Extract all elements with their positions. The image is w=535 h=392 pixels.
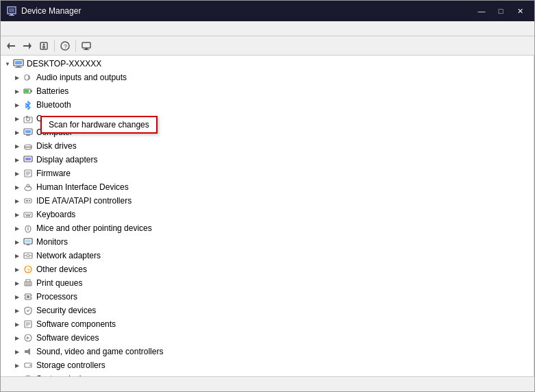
expand-root[interactable]: ▼: [2, 58, 13, 69]
expand-icon[interactable]: ▶: [12, 250, 23, 261]
item-label: Mice and other pointing devices: [36, 223, 152, 233]
list-item[interactable]: ▶ Print queues: [1, 276, 534, 290]
expand-icon[interactable]: ▶: [12, 182, 23, 193]
expand-icon[interactable]: ▶: [12, 332, 23, 343]
expand-icon[interactable]: ▶: [12, 305, 23, 316]
close-button[interactable]: ✕: [511, 4, 529, 18]
list-item[interactable]: ▶ Sound, video and game controllers: [1, 345, 534, 358]
list-item[interactable]: ▶ Disk drives: [1, 139, 534, 153]
properties-button[interactable]: [36, 38, 51, 53]
monitor-icon: [23, 236, 34, 247]
list-item[interactable]: ▶ Software components: [1, 317, 534, 331]
status-bar: [1, 376, 534, 391]
app-icon: [6, 5, 17, 16]
svg-rect-5: [10, 45, 15, 47]
expand-icon[interactable]: ▶: [12, 209, 23, 220]
expand-icon[interactable]: ▶: [12, 195, 23, 206]
forward-button[interactable]: [20, 38, 35, 53]
window-controls: — □ ✕: [473, 4, 529, 18]
security-icon: [23, 305, 34, 316]
expand-icon[interactable]: ▶: [12, 140, 23, 151]
expand-icon[interactable]: ▶: [12, 99, 23, 110]
item-label: Keyboards: [36, 210, 75, 219]
svg-point-25: [27, 118, 30, 121]
expand-icon[interactable]: ▶: [12, 278, 23, 289]
software-devices-icon: [23, 332, 34, 343]
list-item[interactable]: ▶ IDE ATA/ATAPI controllers: [1, 194, 534, 208]
svg-rect-20: [15, 67, 22, 68]
expand-icon[interactable]: ▶: [12, 346, 23, 357]
svg-rect-3: [9, 15, 14, 16]
expand-icon[interactable]: ▶: [12, 291, 23, 302]
display-button[interactable]: [79, 38, 94, 53]
help-button[interactable]: ?: [58, 38, 73, 53]
back-button[interactable]: [3, 38, 18, 53]
item-label: Sound, video and game controllers: [36, 347, 163, 356]
mouse-icon: [23, 223, 34, 234]
svg-rect-24: [25, 90, 29, 93]
list-item[interactable]: ▶ Bluetooth: [1, 98, 534, 112]
svg-rect-2: [10, 14, 13, 15]
svg-point-53: [27, 229, 29, 230]
svg-rect-16: [84, 49, 89, 50]
item-label: Other devices: [36, 265, 87, 274]
svg-rect-77: [25, 350, 27, 353]
list-item[interactable]: ▶ Security devices: [1, 304, 534, 317]
expand-icon[interactable]: ▶: [12, 127, 23, 138]
expand-icon[interactable]: ▶: [12, 264, 23, 275]
list-item[interactable]: ▶ Human Interface Devices: [1, 180, 534, 194]
window-title: Device Manager: [21, 6, 81, 16]
list-item[interactable]: ▶ Keyboards: [1, 208, 534, 221]
tooltip-text: Scan for hardware changes: [49, 120, 149, 130]
item-label: IDE ATA/ATAPI controllers: [36, 196, 132, 206]
battery-icon: [23, 86, 34, 97]
device-manager-window: Device Manager — □ ✕: [0, 0, 535, 392]
keyboard-icon: [23, 209, 34, 220]
item-label: Monitors: [36, 237, 68, 247]
toolbar-divider-1: [54, 40, 55, 52]
list-item[interactable]: ▶ ? Other devices: [1, 262, 534, 276]
expand-icon[interactable]: ▶: [12, 154, 23, 165]
computer-item-icon: [23, 127, 34, 138]
svg-text:?: ?: [27, 267, 30, 273]
maximize-button[interactable]: □: [492, 4, 510, 18]
svg-rect-50: [26, 215, 30, 217]
list-item[interactable]: ▶ Processors: [1, 290, 534, 304]
expand-icon[interactable]: ▶: [12, 360, 23, 371]
list-item[interactable]: ▶ Network adapters: [1, 249, 534, 262]
storage-icon: [23, 360, 34, 371]
list-item[interactable]: ▶ Batteries: [1, 84, 534, 98]
list-item[interactable]: ▶ Software devices: [1, 331, 534, 345]
list-item[interactable]: ▶ Mice and other pointing devices: [1, 221, 534, 235]
tree-panel[interactable]: Scan for hardware changes ▼ DESKTOP-XXXX…: [1, 56, 534, 376]
system-icon: [23, 373, 34, 376]
expand-icon[interactable]: ▶: [12, 72, 23, 83]
list-item[interactable]: ▶ Storage controllers: [1, 358, 534, 372]
list-item[interactable]: ▶ System devices: [1, 372, 534, 376]
expand-icon[interactable]: ▶: [12, 168, 23, 179]
expand-icon[interactable]: ▶: [12, 319, 23, 330]
disk-icon: [23, 140, 34, 151]
list-item[interactable]: ▶ Monitors: [1, 235, 534, 249]
svg-rect-29: [25, 130, 31, 133]
svg-point-21: [25, 75, 29, 80]
list-item[interactable]: ▶ Audio inputs and outputs: [1, 71, 534, 84]
svg-rect-10: [42, 46, 45, 47]
list-item[interactable]: ▶ Display adapters: [1, 153, 534, 167]
expand-icon[interactable]: ▶: [12, 223, 23, 234]
menu-bar: [1, 21, 534, 36]
list-item[interactable]: ▶ Firmware: [1, 167, 534, 180]
svg-rect-48: [27, 214, 29, 215]
tree-root[interactable]: ▼ DESKTOP-XXXXXX: [1, 57, 534, 71]
item-label: Print queues: [36, 278, 82, 288]
item-label: Firmware: [36, 169, 71, 178]
content-area: Scan for hardware changes ▼ DESKTOP-XXXX…: [1, 56, 534, 376]
expand-icon[interactable]: ▶: [12, 86, 23, 97]
item-label: Display adapters: [36, 155, 97, 164]
expand-icon[interactable]: ▶: [12, 373, 23, 376]
expand-icon[interactable]: ▶: [12, 236, 23, 247]
item-label: Software components: [36, 319, 116, 329]
item-label: Human Interface Devices: [36, 182, 129, 192]
minimize-button[interactable]: —: [473, 4, 490, 18]
expand-icon[interactable]: ▶: [12, 113, 23, 124]
